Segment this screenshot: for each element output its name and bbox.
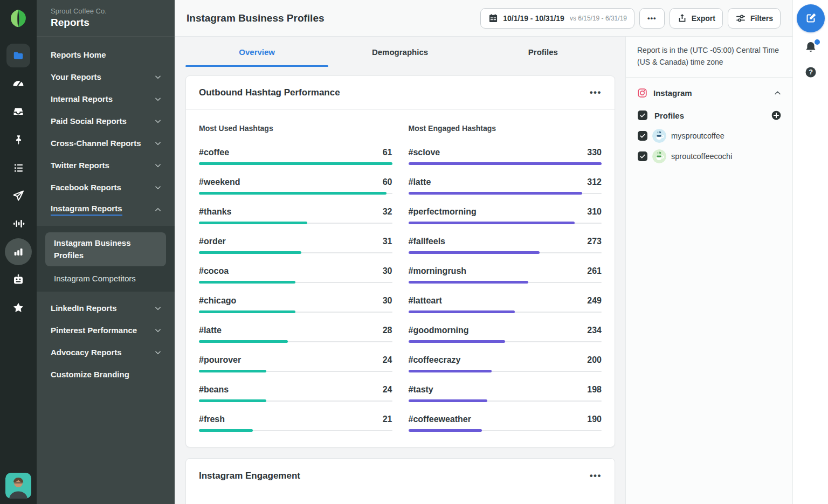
filters-button[interactable]: Filters [728,8,781,29]
hashtag-row: #coffeecrazy200 [409,355,602,372]
date-range-button[interactable]: 10/1/19 - 10/31/19 vs 6/15/19 - 6/31/19 [480,8,634,29]
export-icon [677,13,687,23]
sidebar-item-label: LinkedIn Reports [51,303,117,313]
notification-badge [815,39,820,45]
hashtag-label: #tasty [409,385,433,395]
chevron-down-icon [154,73,162,81]
network-name: Instagram [653,88,768,98]
rail-item-inbox[interactable] [4,98,32,126]
sprout-logo[interactable] [8,0,29,37]
card-menu-button[interactable]: ••• [590,87,602,98]
bar-chart-icon [12,246,24,258]
notifications-bell-icon[interactable] [804,40,818,54]
tab-profiles[interactable]: Profiles [472,37,615,67]
rail-item-gauge[interactable] [4,70,32,98]
report-content: OverviewDemographicsProfiles Outbound Ha… [175,37,625,504]
sidebar-item-paid-social-reports[interactable]: Paid Social Reports [37,110,175,132]
card-menu-button[interactable]: ••• [590,471,602,481]
card-title: Outbound Hashtag Performance [199,87,340,98]
hashtag-row: #thanks32 [199,207,392,224]
hashtag-bar [409,429,602,432]
hashtag-bar [199,251,392,254]
sidebar-item-your-reports[interactable]: Your Reports [37,66,175,88]
sidebar-item-reports-home[interactable]: Reports Home [37,44,175,66]
sidebar-item-advocacy-reports[interactable]: Advocacy Reports [37,341,175,363]
help-icon[interactable]: ? [804,66,817,79]
hashtag-label: #thanks [199,207,231,217]
rail-item-bar-chart[interactable] [5,238,32,265]
sidebar-item-label: Customize Branding [51,370,129,379]
rail-item-star[interactable] [4,294,32,322]
hashtag-line: #tasty198 [409,385,602,395]
hashtag-line: #fallfeels273 [409,237,602,246]
rail-item-list[interactable] [4,154,32,182]
sidebar-item-internal-reports[interactable]: Internal Reports [37,88,175,110]
inbox-icon [12,105,25,118]
profiles-checkbox[interactable] [638,111,647,120]
rail-item-paper-plane[interactable] [4,182,32,210]
hashtag-line: #order31 [199,237,392,246]
more-options-button[interactable]: ••• [639,8,665,29]
hashtag-row: #goodmorning234 [409,326,602,343]
sidebar-item-twitter-reports[interactable]: Twitter Reports [37,154,175,176]
hashtag-line: #coffee61 [199,148,392,157]
tab-demographics[interactable]: Demographics [328,37,471,67]
rail-item-folder[interactable] [6,44,30,67]
card-title: Instagram Engagement [199,471,300,481]
hashtag-value: 330 [587,148,602,157]
profile-checkbox[interactable] [638,131,647,141]
hashtag-value: 198 [587,385,602,395]
sidebar-item-instagram-reports[interactable]: Instagram Reports [37,198,175,220]
hashtag-column-most-engaged: Most Engaged Hashtags#sclove330#latte312… [409,124,602,444]
rail-item-robot[interactable] [4,266,32,294]
sidebar-item-pinterest-performance[interactable]: Pinterest Performance [37,319,175,341]
add-profile-button[interactable] [771,110,782,121]
hashtag-row: #perfectmorning310 [409,207,602,224]
app-icon-rail [0,0,37,504]
compose-button[interactable] [797,4,825,32]
hashtag-bar-fill [409,251,540,254]
reports-sidebar: Sprout Coffee Co. Reports Reports HomeYo… [37,0,175,504]
sidebar-item-facebook-reports[interactable]: Facebook Reports [37,176,175,198]
hashtag-row: #latte28 [199,326,392,343]
compare-range-value: vs 6/15/19 - 6/31/19 [570,15,627,22]
hashtag-label: #coffeeweather [409,415,472,424]
green-coffee-cup-avatar [652,149,666,163]
profiles-label: Profiles [654,111,764,120]
robot-icon [12,273,25,286]
hashtag-bar [409,222,602,224]
hashtag-line: #chicago30 [199,296,392,306]
chevron-up-icon[interactable] [774,89,782,97]
sidebar-item-cross-channel-reports[interactable]: Cross-Channel Reports [37,132,175,154]
hashtag-value: 24 [383,385,392,395]
hashtag-label: #beans [199,385,229,395]
sidebar-item-linkedin-reports[interactable]: LinkedIn Reports [37,297,175,319]
user-avatar[interactable] [5,473,31,499]
hashtag-bar [199,399,392,402]
hashtag-value: 310 [587,207,602,217]
hashtag-label: #coffeecrazy [409,355,461,365]
sidebar-subitem-instagram-competitors[interactable]: Instagram Competitors [45,266,166,286]
sidebar-subitem-instagram-business-profiles[interactable]: Instagram Business Profiles [45,232,166,266]
rail-item-waveform[interactable] [4,210,32,238]
hashtag-bar [409,370,602,372]
hashtag-bar-fill [409,340,505,343]
sidebar-item-customize-branding[interactable]: Customize Branding [37,363,175,385]
hashtag-column-most-used: Most Used Hashtags#coffee61#weekend60#th… [199,124,392,444]
hashtag-line: #coffeeweather190 [409,415,602,424]
hashtag-bar-fill [409,162,602,165]
hashtag-bar [199,222,392,224]
hashtag-bar-fill [409,399,488,402]
export-button[interactable]: Export [670,8,723,29]
profile-checkbox[interactable] [638,151,647,161]
sidebar-subsection: Instagram Business ProfilesInstagram Com… [37,226,175,292]
date-range-value: 10/1/19 - 10/31/19 [503,14,564,23]
sidebar-item-label: Your Reports [51,72,101,81]
hashtag-line: #morningrush261 [409,266,602,276]
hashtag-label: #pourover [199,355,241,365]
hashtag-label: #cocoa [199,266,229,276]
tab-overview[interactable]: Overview [185,37,328,67]
hashtag-bar-fill [199,340,288,343]
instagram-network-row[interactable]: Instagram [626,78,792,105]
rail-item-pin[interactable] [4,126,32,154]
